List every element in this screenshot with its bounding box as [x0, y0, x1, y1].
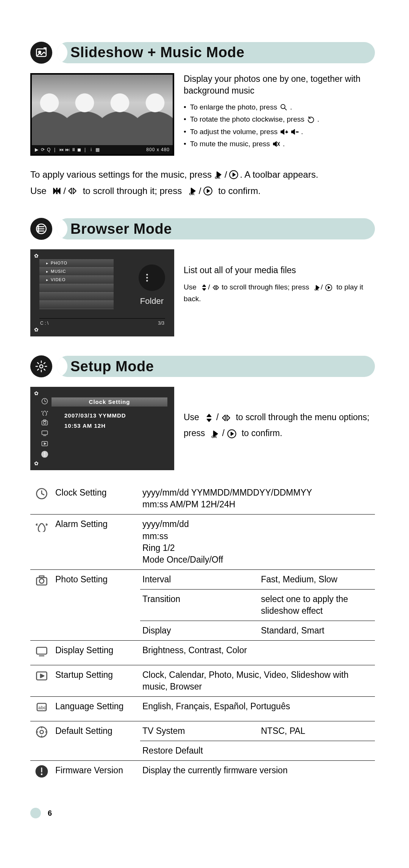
setting-name: Display Setting — [53, 640, 140, 665]
section-title: Setup Mode — [70, 357, 154, 376]
play-ok-icon — [210, 429, 220, 439]
camera-icon — [30, 569, 53, 640]
setting-name: Startup Setting — [53, 665, 140, 696]
setup-date: 2007/03/13 YYMMDD — [64, 410, 126, 421]
setting-name: Language Setting — [53, 696, 140, 721]
browser-counter: 3/3 — [158, 320, 164, 325]
slideshow-icon — [30, 42, 52, 64]
setup-preview: ✿✿ Clock Setting 2007/03/13 YYMMDD 10:53… — [30, 387, 174, 470]
play-ok-icon — [213, 170, 223, 180]
section-title: Slideshow + Music Mode — [70, 43, 245, 62]
setting-value: Clock, Calendar, Photo, Music, Video, Sl… — [140, 665, 375, 696]
up-down-icon — [200, 284, 208, 291]
setting-name: Default Setting — [53, 721, 140, 761]
vol-down-icon — [290, 128, 299, 136]
startup-icon — [30, 665, 53, 696]
slideshow-para-2: Use / to scroll through it; press / to c… — [30, 183, 375, 199]
mute-icon — [272, 140, 281, 148]
play-ok-icon — [187, 186, 197, 196]
play-circle-icon — [229, 170, 239, 180]
section-title: Browser Mode — [70, 219, 172, 239]
left-right-icon — [221, 413, 231, 423]
folder-icon — [139, 264, 165, 291]
display-icon — [30, 640, 53, 665]
bullet-rotate: To rotate the photo clockwise, press. — [184, 113, 375, 125]
folder-label: Folder — [139, 296, 165, 307]
settings-table: Clock Setting yyyy/mm/dd YYMMDD/MMDDYY/D… — [30, 483, 375, 785]
bullet-mute: To mute the music, press. — [184, 138, 375, 150]
setup-time: 10:53 AM 12H — [64, 421, 126, 431]
play-circle-icon — [203, 186, 213, 196]
setup-caption: Use / to scroll through the menu options… — [184, 387, 375, 441]
browser-hint: Use / to scroll through files; press / t… — [184, 282, 375, 305]
slideshow-preview: ▶⟳Q|⏮⏭⏸◼|i▦ 800 x 480 — [30, 73, 174, 156]
left-right-icon — [67, 186, 77, 196]
browser-caption: List out all of your media files — [184, 264, 375, 276]
setting-name: Photo Setting — [53, 569, 140, 640]
list-icon — [30, 218, 52, 240]
language-icon — [30, 696, 53, 721]
bullet-volume: To adjust the volume, press. — [184, 126, 375, 138]
setting-name: Clock Setting — [53, 483, 140, 515]
section-header-slideshow: Slideshow + Music Mode — [30, 42, 375, 64]
setting-value: Brightness, Contrast, Color — [140, 640, 375, 665]
browser-path: C : \ — [40, 320, 48, 325]
firmware-icon — [30, 761, 53, 785]
browser-item: PHOTO — [39, 259, 114, 267]
section-header-setup: Setup Mode — [30, 355, 375, 377]
magnify-icon — [279, 103, 288, 111]
preview-playbar: ▶⟳Q|⏮⏭⏸◼|i▦ 800 x 480 — [32, 145, 173, 154]
setting-value: yyyy/mm/dd YYMMDD/MMDDYY/DDMMYY mm:ss AM… — [140, 483, 375, 515]
setting-value: yyyy/mm/dd mm:ss Ring 1/2 Mode Once/Dail… — [140, 515, 375, 569]
setting-name: Firmware Version — [53, 761, 140, 785]
left-right-icon — [212, 284, 220, 291]
setting-name: Alarm Setting — [53, 515, 140, 569]
rotate-icon — [307, 116, 315, 124]
setup-panel-title: Clock Setting — [52, 397, 167, 407]
browser-item: VIDEO — [39, 276, 114, 284]
play-circle-icon — [325, 284, 333, 291]
play-circle-icon — [227, 429, 237, 439]
alarm-icon — [30, 515, 53, 569]
slideshow-para-1: To apply various settings for the music,… — [30, 166, 375, 183]
setting-value: TV SystemNTSC, PAL Restore Default — [140, 721, 375, 761]
clock-icon — [30, 483, 53, 515]
default-icon — [30, 721, 53, 761]
browser-item: MUSIC — [39, 267, 114, 276]
page-number: 6 — [48, 808, 52, 818]
vol-up-icon — [280, 128, 288, 136]
gear-icon — [30, 355, 52, 377]
bullet-enlarge: To enlarge the photo, press. — [184, 101, 375, 113]
prev-next-icon — [52, 186, 62, 196]
setting-value: IntervalFast, Medium, Slow Transitionsel… — [140, 569, 375, 640]
setting-value: English, Français, Español, Português — [140, 696, 375, 721]
slideshow-intro: Display your photos one by one, together… — [184, 73, 375, 97]
up-down-icon — [204, 413, 214, 423]
page-footer: 6 — [30, 808, 375, 818]
browser-preview: ✿ ✿ PHOTO MUSIC VIDEO Folder C : \ 3/3 — [30, 249, 174, 336]
preview-resolution: 800 x 480 — [146, 147, 170, 153]
section-header-browser: Browser Mode — [30, 218, 375, 240]
setting-value: Display the currently firmware version — [140, 761, 375, 785]
play-ok-icon — [313, 284, 321, 291]
